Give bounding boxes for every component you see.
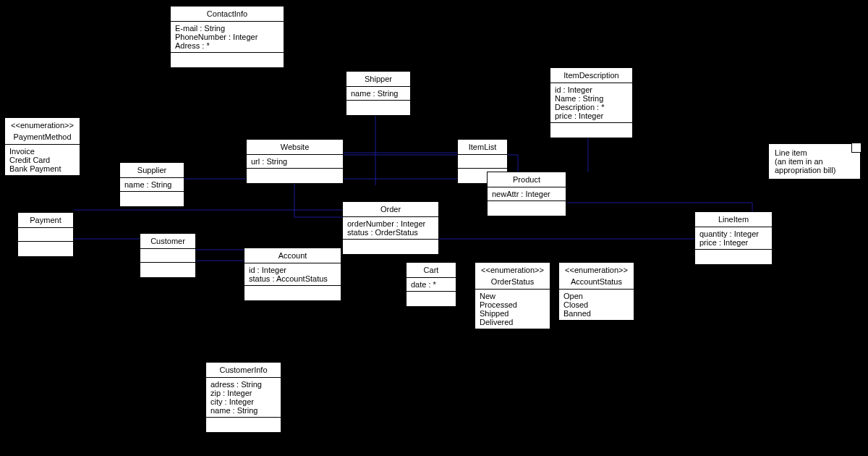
- class-title: Account: [244, 248, 341, 263]
- class-title: Order: [343, 202, 438, 217]
- class-attrs: url : String: [247, 155, 343, 169]
- class-title: AccountStatus: [559, 274, 634, 290]
- class-title: Product: [488, 172, 566, 187]
- class-title: ContactInfo: [171, 7, 284, 22]
- class-attrs: orderNumber : Integerstatus : OrderStatu…: [343, 217, 438, 240]
- class-website: Website url : String: [246, 139, 344, 184]
- class-shipper: Shipper name : String: [346, 71, 411, 116]
- class-title: Customer: [140, 234, 195, 249]
- class-stereo: <<enumeration>>: [475, 263, 550, 274]
- class-attrs: NewProcessedShippedDelivered: [475, 290, 550, 329]
- class-payment: Payment: [17, 212, 74, 257]
- class-title: ItemDescription: [550, 68, 632, 83]
- class-ops: [18, 242, 73, 256]
- class-title: LineItem: [695, 212, 772, 227]
- class-product: Product newAttr : Integer: [487, 172, 566, 216]
- class-attrs: id : Integerstatus : AccountStatus: [244, 263, 341, 286]
- class-customer: Customer: [140, 233, 196, 278]
- class-lineitem: LineItem quantity : Integerprice : Integ…: [694, 211, 773, 265]
- class-ops: [550, 123, 632, 138]
- class-attrs: quantity : Integerprice : Integer: [695, 227, 772, 250]
- class-ops: [247, 169, 343, 183]
- class-ops: [695, 250, 772, 264]
- class-ops: [346, 101, 410, 115]
- note-line: (an item in an: [775, 157, 854, 166]
- class-stereo: <<enumeration>>: [559, 263, 634, 274]
- note-line: appropriation bill): [775, 166, 854, 174]
- class-ops: [171, 53, 284, 67]
- class-ops: [488, 201, 566, 216]
- class-title: ItemList: [458, 140, 507, 155]
- class-ops: [343, 240, 438, 254]
- class-attrs: InvoiceCredit CardBank Payment: [5, 145, 80, 176]
- class-ops: [407, 292, 456, 306]
- note-lineitem: Line item (an item in an appropriation b…: [768, 143, 861, 180]
- class-title: Payment: [18, 213, 73, 228]
- class-attrs: E-mail : StringPhoneNumber : IntegerAdre…: [171, 22, 284, 53]
- class-order: Order orderNumber : Integerstatus : Orde…: [342, 201, 439, 255]
- class-attrs: name : String: [346, 87, 410, 101]
- class-title: OrderStatus: [475, 274, 550, 290]
- class-title: CustomerInfo: [206, 363, 281, 378]
- class-supplier: Supplier name : String: [119, 162, 184, 207]
- class-contactinfo: ContactInfo E-mail : StringPhoneNumber :…: [170, 6, 284, 68]
- class-attrs: [18, 228, 73, 242]
- class-attrs: date : *: [407, 278, 456, 292]
- class-stereo: <<enumeration>>: [5, 118, 80, 130]
- class-ops: [206, 418, 281, 432]
- class-ops: [140, 263, 195, 277]
- class-attrs: adress : Stringzip : Integercity : Integ…: [206, 378, 281, 418]
- enum-orderstatus: <<enumeration>> OrderStatus NewProcessed…: [475, 262, 550, 330]
- class-title: PaymentMethod: [5, 130, 80, 145]
- class-itemdescription: ItemDescription id : IntegerName : Strin…: [550, 67, 633, 138]
- class-ops: [120, 192, 184, 206]
- class-attrs: name : String: [120, 178, 184, 192]
- enum-accountstatus: <<enumeration>> AccountStatus OpenClosed…: [558, 262, 634, 321]
- class-title: Shipper: [346, 72, 410, 87]
- class-attrs: [458, 155, 507, 169]
- class-attrs: newAttr : Integer: [488, 187, 566, 201]
- enum-paymentmethod: <<enumeration>> PaymentMethod InvoiceCre…: [4, 117, 80, 177]
- class-customerinfo: CustomerInfo adress : Stringzip : Intege…: [205, 362, 281, 433]
- class-attrs: id : IntegerName : StringDescription : *…: [550, 83, 632, 123]
- class-ops: [244, 286, 341, 300]
- class-cart: Cart date : *: [406, 262, 456, 307]
- class-title: Cart: [407, 263, 456, 278]
- class-account: Account id : Integerstatus : AccountStat…: [244, 248, 341, 301]
- class-attrs: [140, 249, 195, 263]
- class-title: Supplier: [120, 163, 184, 178]
- class-title: Website: [247, 140, 343, 155]
- class-attrs: OpenClosedBanned: [559, 290, 634, 321]
- note-line: Line item: [775, 148, 854, 157]
